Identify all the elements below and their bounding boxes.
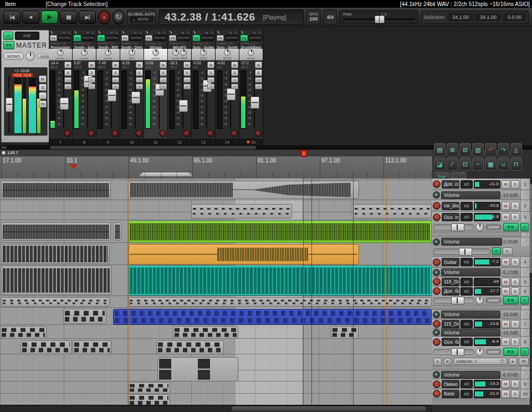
envelope-shape-icon[interactable]: ∧˯ — [503, 247, 513, 255]
solo-button[interactable]: S — [511, 258, 519, 266]
strip-env-button[interactable]: ∧ — [231, 77, 238, 83]
envelope-bypass-knob[interactable] — [433, 191, 440, 199]
project-settings-icon[interactable]: ▥ — [472, 143, 484, 156]
strip-env-icon[interactable] — [169, 31, 173, 34]
master-power-icon[interactable]: ⏻ — [3, 32, 13, 40]
media-item[interactable] — [129, 181, 359, 199]
grid-toggle-icon[interactable]: ▦ — [485, 157, 497, 171]
mute-button[interactable]: M — [502, 287, 510, 296]
track-panel-row[interactable]: cw_downterr I/O -43.8 M S 2 ⊙ ∧ ø ▸ — [432, 200, 530, 212]
strip-pan-knob[interactable] — [152, 49, 159, 56]
strip-pan-knob[interactable] — [81, 49, 88, 56]
rate-slider[interactable] — [343, 18, 415, 20]
master-strip[interactable]: ⏻ I/O FX MASTER MONO center +2.48dB +2.4… — [1, 30, 49, 143]
fx-button[interactable]: FX — [503, 223, 519, 231]
strip-pan-knob[interactable] — [129, 49, 135, 56]
master-solo-button[interactable]: S — [39, 84, 47, 91]
strip-input-selector[interactable]: Analog 1 (1 — [169, 42, 190, 45]
strip-pan-section[interactable]: 4%L — [120, 49, 144, 60]
solo-button[interactable]: S — [511, 380, 519, 388]
envelope-active-icon[interactable]: ⊙ — [492, 247, 501, 255]
mixer-strip[interactable]: M S FX ROUTING Analog 1 (1 Strings cente… — [144, 30, 168, 145]
track-panel-row[interactable]: Пиано I/O -14.3 M S 9 ⊙ ∧ ø ▸ — [432, 379, 530, 389]
mute-button[interactable]: M — [502, 258, 510, 266]
media-item[interactable] — [1, 181, 111, 199]
strip-solo-button[interactable]: S — [136, 69, 143, 76]
strip-mute-button[interactable]: M — [112, 62, 119, 68]
strip-record-arm-button[interactable] — [88, 130, 95, 137]
record-arm-button[interactable] — [433, 338, 441, 346]
mute-button[interactable]: M — [502, 213, 510, 221]
record-arm-button[interactable] — [433, 202, 441, 210]
pan-knob[interactable] — [475, 223, 484, 231]
mute-button[interactable]: M — [502, 338, 510, 346]
envelope-bypass-knob[interactable] — [433, 311, 440, 318]
horizontal-scrollbar[interactable] — [0, 405, 432, 412]
media-item-icon[interactable]: ◪ — [434, 157, 446, 171]
master-meter[interactable]: +2.48dB +2.4 +2.4 6 18 30 42 M S ∧ TR — [4, 67, 48, 136]
strip-mute-button[interactable]: M — [88, 62, 95, 68]
record-arm-button[interactable] — [433, 180, 441, 188]
envelope-name[interactable]: Volume — [441, 268, 500, 276]
envelope-lane-row[interactable]: Volume -19.8dB ⋰ ⊙ ∧˯ — [432, 190, 530, 200]
strip-fx-button[interactable]: FX — [50, 35, 57, 41]
record-button[interactable]: ● — [98, 10, 110, 24]
strip-routing-button[interactable]: ROUTING — [249, 35, 262, 41]
envelope-name[interactable]: Volume — [441, 238, 502, 246]
io-button[interactable]: I/O — [461, 180, 473, 189]
track-lanes[interactable] — [0, 179, 432, 405]
envelope-name[interactable]: Volume — [441, 311, 500, 318]
strip-mute-button[interactable]: M — [136, 62, 143, 68]
master-mute-button[interactable]: M — [39, 75, 47, 83]
record-arm-button[interactable] — [433, 258, 441, 266]
mute-button[interactable]: M — [502, 278, 510, 286]
record-arm-button[interactable] — [433, 390, 441, 398]
strip-solo-button[interactable]: S — [231, 69, 238, 76]
strip-phase-button[interactable]: ⊙ — [136, 84, 143, 89]
pan-knob[interactable] — [475, 348, 484, 356]
item-properties-icon[interactable]: ◬ — [510, 143, 522, 156]
strip-env-button[interactable]: ∧ — [112, 77, 119, 83]
envelope-mode-icon[interactable]: ~ — [472, 157, 484, 171]
media-item[interactable] — [0, 326, 47, 339]
strip-phase-button[interactable]: ⊙ — [88, 84, 95, 89]
strip-record-arm-button[interactable] — [135, 130, 142, 137]
pan-width-slider[interactable] — [433, 349, 474, 355]
snap-toggle-icon[interactable]: ∪ — [498, 157, 509, 171]
monitor-play-icon[interactable]: ▸ — [509, 358, 517, 365]
mixer-strip[interactable]: M S FX ROUTING Analog 1 (1 Synth - Dirty… — [120, 30, 144, 145]
strip-solo-button[interactable]: S — [183, 69, 191, 76]
strip-pan-knob[interactable] — [200, 49, 207, 56]
media-item[interactable] — [1, 297, 110, 307]
playrate-box[interactable]: Rate: 1.0 — [339, 10, 418, 24]
mute-button[interactable]: M — [502, 390, 510, 398]
media-item[interactable] — [128, 394, 170, 405]
media-item[interactable] — [1, 244, 110, 264]
media-item[interactable] — [191, 204, 292, 218]
media-item[interactable] — [114, 222, 121, 241]
mute-button[interactable]: M — [502, 320, 510, 328]
playhead-flag[interactable]: 1 — [300, 150, 308, 157]
strip-width-knob[interactable] — [180, 49, 187, 56]
solo-button[interactable]: S — [511, 278, 519, 286]
media-item[interactable] — [157, 357, 238, 382]
record-arm-button[interactable] — [433, 380, 441, 388]
play-button[interactable]: ▶ — [41, 11, 58, 24]
envelope-lane-row[interactable]: Volume -6.97dB ⋰ ⊙ ∧˯ — [432, 370, 530, 379]
track-name[interactable]: Осн. бит — [442, 338, 459, 346]
mixer-strip[interactable]: M S FX ROUTING Analog 1 (1 Solo - Synth … — [216, 30, 239, 145]
fx-enable-icon[interactable]: ⊙ — [520, 223, 529, 231]
strip-routing-button[interactable]: ROUTING — [130, 35, 142, 41]
strip-routing-button[interactable]: ROUTING — [177, 35, 190, 41]
strip-phase-button[interactable]: ⊙ — [207, 84, 214, 89]
strip-solo-button[interactable]: S — [160, 69, 167, 76]
strip-env-button[interactable]: ∧ — [88, 77, 95, 83]
strip-env-button[interactable]: ∧ — [255, 77, 262, 83]
strip-record-arm-button[interactable] — [111, 130, 119, 137]
mixer-strip[interactable]: M S FX ROUTING Analog 1 (1 Drum&Bass cen… — [239, 30, 263, 145]
strip-input-selector[interactable]: Analog 1 (1 — [74, 42, 95, 45]
track-panel-row[interactable]: Осн. бит I/O -6.4 M S 8 center FX ⊙ ∧ ø … — [432, 337, 530, 367]
strip-routing-button[interactable]: ROUTING — [106, 35, 119, 41]
strip-mute-button[interactable]: M — [183, 62, 191, 68]
mixer-strip[interactable]: M S FX ROUTING Analog 1 (1 Synth - Seq c… — [73, 30, 96, 145]
